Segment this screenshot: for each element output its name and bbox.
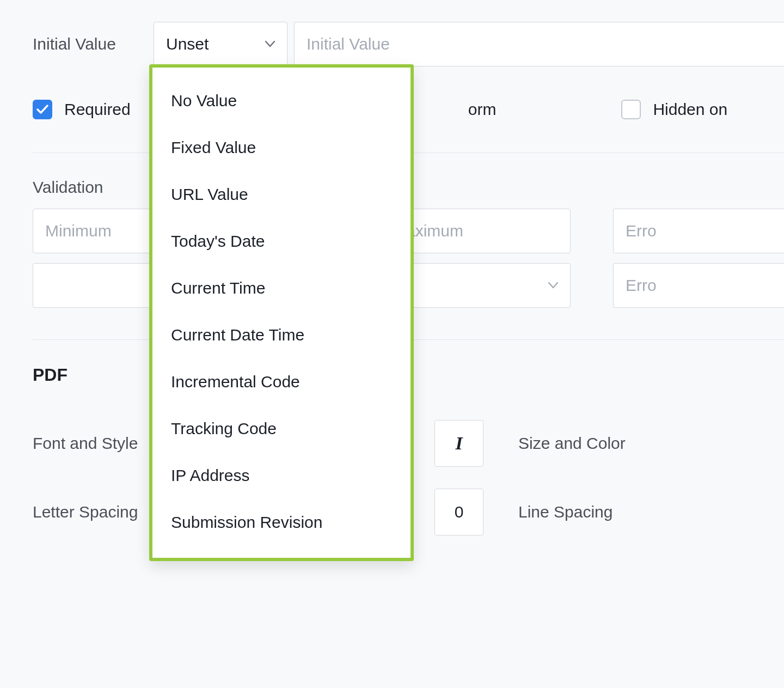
validation-error-placeholder-1: Erro [626,220,657,242]
dropdown-item-todays-date[interactable]: Today's Date [152,218,411,265]
letter-spacing-value-text: 0 [455,501,464,523]
hidden-form-label-tail: orm [468,98,497,121]
chevron-down-icon [548,282,558,289]
letter-spacing-value[interactable]: 0 [434,489,483,535]
validation-minimum-placeholder: Minimum [45,220,112,242]
validation-error-input-1[interactable]: Erro [613,209,784,253]
dropdown-item-submission-revision[interactable]: Submission Revision [152,499,411,546]
validation-error-input-2[interactable]: Erro [613,263,784,308]
hidden-form-partial: orm [468,98,497,121]
initial-value-text-placeholder: Initial Value [307,33,390,56]
checkbox-unchecked-icon [621,100,641,119]
validation-maximum-input[interactable]: aximum [407,209,571,253]
spacer [578,209,605,253]
dropdown-item-current-date-time[interactable]: Current Date Time [152,312,411,358]
dropdown-item-incremental-code[interactable]: Incremental Code [152,358,411,405]
spacer [578,263,605,308]
initial-value-text-input[interactable]: Initial Value [294,22,784,66]
italic-glyph: I [455,430,462,456]
italic-button[interactable]: I [434,420,483,467]
chevron-down-icon [265,41,275,47]
checkbox-checked-icon [33,100,52,119]
hidden-on-label: Hidden on [653,98,727,121]
letter-spacing-label: Letter Spacing [33,501,152,523]
initial-value-row: Initial Value Unset Initial Value [33,0,784,66]
dropdown-item-current-time[interactable]: Current Time [152,265,411,312]
dropdown-item-no-value[interactable]: No Value [152,77,411,124]
dropdown-item-tracking-code[interactable]: Tracking Code [152,405,411,452]
font-style-label: Font and Style [33,432,152,455]
validation-error-placeholder-2: Erro [626,274,657,297]
dropdown-item-ip-address[interactable]: IP Address [152,452,411,499]
initial-value-select[interactable]: Unset [154,22,287,66]
validation-type-select[interactable] [407,263,571,308]
required-label: Required [64,98,131,121]
dropdown-item-url-value[interactable]: URL Value [152,171,411,218]
dropdown-item-fixed-value[interactable]: Fixed Value [152,124,411,171]
initial-value-label: Initial Value [33,33,147,56]
initial-value-select-value: Unset [166,33,209,56]
hidden-on-checkbox-item[interactable]: Hidden on [621,98,727,121]
validation-maximum-placeholder: aximum [406,220,463,242]
required-checkbox-item[interactable]: Required [33,98,131,121]
line-spacing-label: Line Spacing [518,501,638,523]
initial-value-dropdown[interactable]: No Value Fixed Value URL Value Today's D… [149,64,414,561]
size-color-label: Size and Color [518,432,638,455]
